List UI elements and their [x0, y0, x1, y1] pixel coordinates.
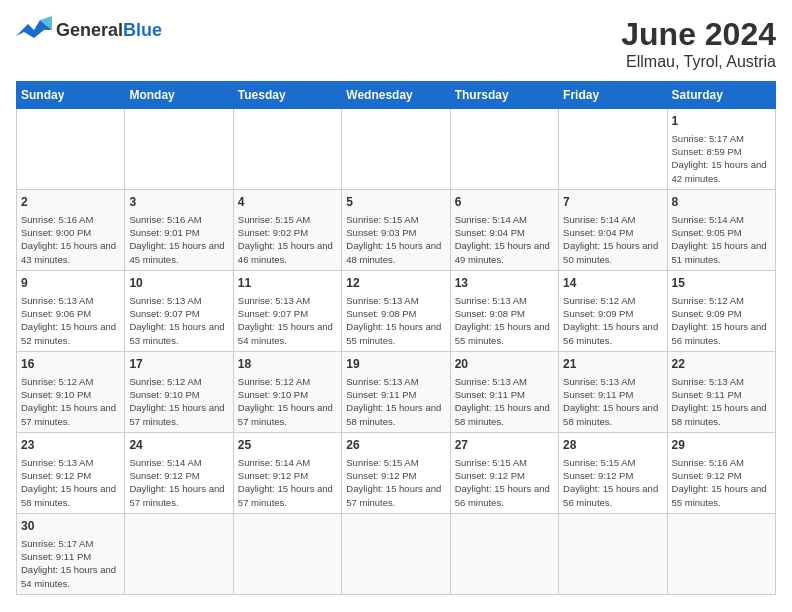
day-number: 7	[563, 194, 662, 211]
day-number: 26	[346, 437, 445, 454]
calendar-cell	[342, 513, 450, 594]
calendar-cell: 21Sunrise: 5:13 AM Sunset: 9:11 PM Dayli…	[559, 351, 667, 432]
logo: GeneralBlue	[16, 16, 162, 44]
day-info: Sunrise: 5:14 AM Sunset: 9:12 PM Dayligh…	[129, 456, 228, 509]
calendar-cell	[125, 513, 233, 594]
logo-text: GeneralBlue	[56, 20, 162, 41]
calendar-cell: 29Sunrise: 5:16 AM Sunset: 9:12 PM Dayli…	[667, 432, 775, 513]
day-info: Sunrise: 5:14 AM Sunset: 9:05 PM Dayligh…	[672, 213, 771, 266]
day-info: Sunrise: 5:16 AM Sunset: 9:01 PM Dayligh…	[129, 213, 228, 266]
calendar-cell: 28Sunrise: 5:15 AM Sunset: 9:12 PM Dayli…	[559, 432, 667, 513]
calendar-cell: 14Sunrise: 5:12 AM Sunset: 9:09 PM Dayli…	[559, 270, 667, 351]
calendar-cell: 17Sunrise: 5:12 AM Sunset: 9:10 PM Dayli…	[125, 351, 233, 432]
calendar-month-year: June 2024	[621, 16, 776, 53]
day-number: 14	[563, 275, 662, 292]
day-number: 12	[346, 275, 445, 292]
calendar-cell: 11Sunrise: 5:13 AM Sunset: 9:07 PM Dayli…	[233, 270, 341, 351]
day-number: 3	[129, 194, 228, 211]
day-info: Sunrise: 5:15 AM Sunset: 9:12 PM Dayligh…	[455, 456, 554, 509]
calendar-cell: 20Sunrise: 5:13 AM Sunset: 9:11 PM Dayli…	[450, 351, 558, 432]
day-info: Sunrise: 5:15 AM Sunset: 9:02 PM Dayligh…	[238, 213, 337, 266]
calendar-header-row: SundayMondayTuesdayWednesdayThursdayFrid…	[17, 82, 776, 109]
day-number: 1	[672, 113, 771, 130]
calendar-cell: 15Sunrise: 5:12 AM Sunset: 9:09 PM Dayli…	[667, 270, 775, 351]
day-info: Sunrise: 5:17 AM Sunset: 8:59 PM Dayligh…	[672, 132, 771, 185]
header-friday: Friday	[559, 82, 667, 109]
calendar-cell: 22Sunrise: 5:13 AM Sunset: 9:11 PM Dayli…	[667, 351, 775, 432]
day-number: 30	[21, 518, 120, 535]
calendar-cell: 19Sunrise: 5:13 AM Sunset: 9:11 PM Dayli…	[342, 351, 450, 432]
day-info: Sunrise: 5:15 AM Sunset: 9:12 PM Dayligh…	[563, 456, 662, 509]
calendar-cell	[125, 109, 233, 190]
calendar-week-row: 2Sunrise: 5:16 AM Sunset: 9:00 PM Daylig…	[17, 189, 776, 270]
calendar-cell	[17, 109, 125, 190]
calendar-week-row: 23Sunrise: 5:13 AM Sunset: 9:12 PM Dayli…	[17, 432, 776, 513]
day-number: 20	[455, 356, 554, 373]
day-number: 8	[672, 194, 771, 211]
day-info: Sunrise: 5:13 AM Sunset: 9:11 PM Dayligh…	[346, 375, 445, 428]
day-number: 5	[346, 194, 445, 211]
day-info: Sunrise: 5:12 AM Sunset: 9:10 PM Dayligh…	[238, 375, 337, 428]
calendar-week-row: 1Sunrise: 5:17 AM Sunset: 8:59 PM Daylig…	[17, 109, 776, 190]
calendar-cell	[667, 513, 775, 594]
day-number: 13	[455, 275, 554, 292]
calendar-week-row: 9Sunrise: 5:13 AM Sunset: 9:06 PM Daylig…	[17, 270, 776, 351]
day-info: Sunrise: 5:13 AM Sunset: 9:06 PM Dayligh…	[21, 294, 120, 347]
day-info: Sunrise: 5:13 AM Sunset: 9:08 PM Dayligh…	[455, 294, 554, 347]
calendar-location: Ellmau, Tyrol, Austria	[621, 53, 776, 71]
calendar-cell: 30Sunrise: 5:17 AM Sunset: 9:11 PM Dayli…	[17, 513, 125, 594]
day-info: Sunrise: 5:17 AM Sunset: 9:11 PM Dayligh…	[21, 537, 120, 590]
calendar-cell	[342, 109, 450, 190]
day-number: 28	[563, 437, 662, 454]
day-number: 21	[563, 356, 662, 373]
day-number: 2	[21, 194, 120, 211]
header-thursday: Thursday	[450, 82, 558, 109]
calendar-cell: 9Sunrise: 5:13 AM Sunset: 9:06 PM Daylig…	[17, 270, 125, 351]
calendar-cell: 7Sunrise: 5:14 AM Sunset: 9:04 PM Daylig…	[559, 189, 667, 270]
calendar-cell: 6Sunrise: 5:14 AM Sunset: 9:04 PM Daylig…	[450, 189, 558, 270]
day-info: Sunrise: 5:13 AM Sunset: 9:08 PM Dayligh…	[346, 294, 445, 347]
day-info: Sunrise: 5:16 AM Sunset: 9:00 PM Dayligh…	[21, 213, 120, 266]
calendar-table: SundayMondayTuesdayWednesdayThursdayFrid…	[16, 81, 776, 595]
calendar-cell	[233, 513, 341, 594]
day-info: Sunrise: 5:13 AM Sunset: 9:07 PM Dayligh…	[129, 294, 228, 347]
calendar-cell	[450, 109, 558, 190]
day-number: 10	[129, 275, 228, 292]
day-number: 19	[346, 356, 445, 373]
header-tuesday: Tuesday	[233, 82, 341, 109]
calendar-cell: 27Sunrise: 5:15 AM Sunset: 9:12 PM Dayli…	[450, 432, 558, 513]
calendar-cell	[450, 513, 558, 594]
header-saturday: Saturday	[667, 82, 775, 109]
calendar-cell: 8Sunrise: 5:14 AM Sunset: 9:05 PM Daylig…	[667, 189, 775, 270]
day-info: Sunrise: 5:12 AM Sunset: 9:10 PM Dayligh…	[129, 375, 228, 428]
calendar-cell	[233, 109, 341, 190]
day-info: Sunrise: 5:12 AM Sunset: 9:09 PM Dayligh…	[672, 294, 771, 347]
day-info: Sunrise: 5:16 AM Sunset: 9:12 PM Dayligh…	[672, 456, 771, 509]
day-number: 17	[129, 356, 228, 373]
day-number: 22	[672, 356, 771, 373]
day-number: 27	[455, 437, 554, 454]
day-info: Sunrise: 5:15 AM Sunset: 9:03 PM Dayligh…	[346, 213, 445, 266]
day-info: Sunrise: 5:14 AM Sunset: 9:04 PM Dayligh…	[563, 213, 662, 266]
day-info: Sunrise: 5:13 AM Sunset: 9:11 PM Dayligh…	[455, 375, 554, 428]
calendar-cell: 25Sunrise: 5:14 AM Sunset: 9:12 PM Dayli…	[233, 432, 341, 513]
day-info: Sunrise: 5:14 AM Sunset: 9:12 PM Dayligh…	[238, 456, 337, 509]
calendar-cell: 18Sunrise: 5:12 AM Sunset: 9:10 PM Dayli…	[233, 351, 341, 432]
day-number: 18	[238, 356, 337, 373]
day-info: Sunrise: 5:13 AM Sunset: 9:11 PM Dayligh…	[672, 375, 771, 428]
day-number: 29	[672, 437, 771, 454]
calendar-cell: 23Sunrise: 5:13 AM Sunset: 9:12 PM Dayli…	[17, 432, 125, 513]
page-header: GeneralBlue June 2024 Ellmau, Tyrol, Aus…	[16, 16, 776, 71]
day-number: 25	[238, 437, 337, 454]
calendar-cell	[559, 109, 667, 190]
header-wednesday: Wednesday	[342, 82, 450, 109]
day-number: 4	[238, 194, 337, 211]
day-number: 6	[455, 194, 554, 211]
header-sunday: Sunday	[17, 82, 125, 109]
day-number: 9	[21, 275, 120, 292]
calendar-week-row: 16Sunrise: 5:12 AM Sunset: 9:10 PM Dayli…	[17, 351, 776, 432]
day-info: Sunrise: 5:15 AM Sunset: 9:12 PM Dayligh…	[346, 456, 445, 509]
day-info: Sunrise: 5:14 AM Sunset: 9:04 PM Dayligh…	[455, 213, 554, 266]
calendar-cell: 1Sunrise: 5:17 AM Sunset: 8:59 PM Daylig…	[667, 109, 775, 190]
calendar-cell: 13Sunrise: 5:13 AM Sunset: 9:08 PM Dayli…	[450, 270, 558, 351]
